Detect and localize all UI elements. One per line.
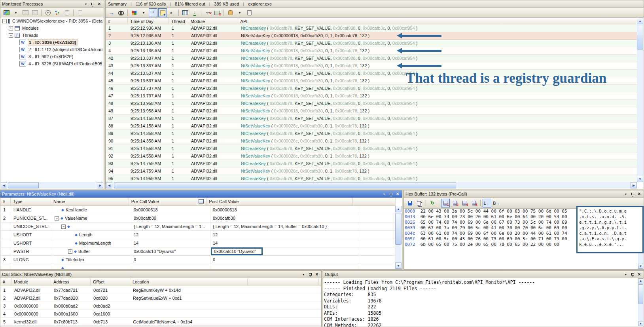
panel-menu-icon[interactable] — [301, 272, 306, 277]
copy-icon[interactable] — [415, 199, 424, 207]
parameter-row[interactable]: ◆ — [1, 264, 395, 269]
scroll-thumb[interactable] — [114, 182, 456, 188]
close-icon[interactable] — [97, 2, 102, 7]
stack-frame-row[interactable]: 1ADVAPI32.dll0x77dad7210xd721RegEnumKeyW… — [1, 286, 321, 294]
pin-icon[interactable] — [90, 2, 95, 7]
scroll-left-icon[interactable]: ◀ — [1, 182, 7, 188]
pause-icon[interactable] — [226, 8, 235, 17]
monitor-add-icon[interactable] — [2, 8, 11, 17]
target-icon[interactable] — [44, 8, 52, 17]
scroll-down-icon[interactable]: ▼ — [637, 176, 643, 182]
scroll-thumb[interactable] — [637, 25, 643, 49]
scroll-right-icon[interactable]: ▶ — [97, 182, 103, 188]
tree-item[interactable]: W2 - ID: 1712 (stobject.dll!DllCanUnload — [1, 46, 103, 53]
scroll-down-icon[interactable]: ▼ — [638, 321, 643, 326]
dropdown-caret-icon[interactable] — [235, 8, 244, 17]
little-endian-icon[interactable]: L — [483, 199, 491, 207]
column-header[interactable]: Type — [11, 198, 51, 205]
pin-icon[interactable] — [630, 192, 635, 197]
scroll-thumb[interactable] — [638, 284, 643, 304]
collapse-toggle-icon[interactable]: − — [2, 19, 7, 23]
parameter-row[interactable]: 1HANDLE◆KeyHandle0x000006180x00000618 — [1, 206, 395, 214]
calls-vscrollbar[interactable]: ▲ ▼ — [637, 18, 643, 182]
go-to-arrow-icon[interactable] — [107, 8, 116, 17]
tree-item[interactable]: W1 - ID: 3036 (+0xA1523) — [1, 39, 103, 46]
panel-menu-icon[interactable] — [623, 192, 629, 197]
column-header[interactable]: # — [0, 198, 11, 205]
pin-icon[interactable] — [630, 272, 635, 277]
clear-api-filter-icon[interactable] — [203, 8, 212, 17]
call-row[interactable]: 499:25:13.958 AM1ADVAPI32.dllNtSetValueK… — [106, 107, 637, 115]
group-4-icon[interactable]: 4 — [460, 199, 469, 207]
pin-icon[interactable] — [388, 192, 394, 197]
scroll-right-icon[interactable]: ▶ — [631, 182, 637, 188]
dropdown-caret-icon[interactable] — [139, 8, 148, 17]
output-vscrollbar[interactable]: ▲ ▼ — [638, 278, 643, 326]
column-header[interactable]: Module — [188, 18, 238, 25]
scroll-track[interactable] — [395, 212, 402, 262]
process-tree-icon[interactable] — [53, 8, 62, 17]
call-row[interactable]: 899:25:14.358 AM1ADVAPI32.dllNtCreateKey… — [106, 130, 637, 137]
collapse-toggle-icon[interactable]: − — [9, 33, 13, 38]
scroll-down-icon[interactable]: ▼ — [638, 264, 643, 269]
close-icon[interactable] — [636, 272, 642, 277]
column-header[interactable]: Thread — [169, 18, 188, 25]
scroll-track[interactable] — [112, 182, 631, 188]
column-header[interactable] — [353, 198, 396, 205]
scroll-down-icon[interactable]: ▼ — [395, 262, 402, 269]
collapse-toggle-icon[interactable]: − — [61, 224, 66, 229]
scroll-thumb[interactable] — [8, 182, 39, 188]
column-header[interactable]: # — [0, 278, 11, 286]
collapse-toggle-icon[interactable]: − — [55, 216, 59, 221]
parameter-row[interactable]: UNICODE_STRI...−◆{ Length = 12, MaximumL… — [1, 222, 395, 231]
column-header[interactable]: Pre-Call Value — [129, 198, 207, 205]
column-header[interactable]: Address — [51, 278, 91, 286]
column-header[interactable]: Time of Day — [128, 18, 169, 25]
expand-toggle-icon[interactable]: + — [9, 26, 13, 30]
legend-icon[interactable] — [130, 8, 138, 17]
tree-item[interactable]: −Threads — [1, 32, 103, 39]
stack-frame-row[interactable]: 5kernel32.dll0x7c80b7130xb713GetModuleFi… — [1, 318, 321, 326]
column-header[interactable]: Post-Call Value — [206, 198, 352, 205]
scroll-up-icon[interactable]: ▲ — [638, 278, 643, 283]
stack-frame-row[interactable]: 30x000000000x000b0ad20xb0ad2 — [1, 302, 321, 310]
big-endian-icon[interactable]: B — [492, 199, 501, 207]
parameter-row[interactable]: USHORT◆Length1212 — [1, 231, 395, 239]
monitor-remove-icon[interactable] — [30, 8, 39, 17]
dropdown-caret-icon[interactable] — [11, 8, 20, 17]
stack-frame-row[interactable]: 2ADVAPI32.dll0x77dad8280xd828RegSetValue… — [1, 294, 321, 302]
close-icon[interactable] — [395, 192, 400, 197]
call-row[interactable]: 949:25:14.759 AM1ADVAPI32.dllNtSetValueK… — [106, 167, 637, 175]
column-header[interactable]: API — [238, 18, 637, 25]
calls-hscrollbar[interactable]: ◀ ▶ — [106, 182, 637, 188]
view-raw-icon[interactable] — [199, 199, 204, 203]
export-icon[interactable] — [190, 8, 199, 17]
group-8-icon[interactable]: 8 — [470, 199, 478, 207]
scroll-up-icon[interactable]: ▲ — [395, 206, 402, 212]
delete-icon[interactable] — [245, 8, 254, 17]
column-header[interactable]: Name — [51, 198, 129, 205]
parameters-vscrollbar[interactable]: ▲ ▼ — [395, 206, 402, 269]
call-row[interactable]: 929:25:14.558 AM1ADVAPI32.dllNtSetValueK… — [106, 152, 637, 160]
delete-icon[interactable] — [76, 8, 84, 17]
call-row[interactable]: 49:25:13.136 AM1ADVAPI32.dllNtSetValueKe… — [106, 47, 637, 55]
tree-view-icon[interactable] — [149, 8, 157, 17]
call-row[interactable]: 429:25:13.337 AM1ADVAPI32.dllNtCreateKey… — [106, 55, 637, 62]
call-row[interactable]: 479:25:13.737 AM1ADVAPI32.dllNtSetValueK… — [106, 92, 637, 100]
call-row[interactable]: 19:25:12.936 AM1ADVAPI32.dllNtCreateKey … — [106, 25, 637, 32]
column-header[interactable]: # — [106, 18, 128, 25]
call-row[interactable]: 439:25:13.337 AM1ADVAPI32.dllNtSetValueK… — [106, 62, 637, 70]
call-row[interactable]: 889:25:14.158 AM1ADVAPI32.dllNtSetValueK… — [106, 122, 637, 130]
scroll-left-icon[interactable]: ◀ — [106, 182, 112, 188]
properties-icon[interactable] — [63, 8, 71, 17]
tree-item[interactable]: W3 - ID: 992 (+0x8D62E) — [1, 53, 103, 60]
parameter-row[interactable]: PWSTR+◆Buffer0x00cafc10 "Dyuwso"0x00cafc… — [1, 247, 395, 256]
call-row[interactable]: 959:25:14.959 AM1ADVAPI32.dllNtCreateKey… — [106, 175, 637, 182]
call-row[interactable]: 939:25:14.759 AM1ADVAPI32.dllNtCreateKey… — [106, 160, 637, 167]
scroll-track[interactable] — [637, 24, 643, 176]
close-icon[interactable] — [636, 192, 642, 197]
tree-item[interactable]: −C:\WINDOWS\explorer.exe - PID: 3956 - (… — [1, 17, 103, 25]
save-icon[interactable] — [405, 199, 414, 207]
stack-frame-row[interactable]: 40x000000000x000a16000xa1600 — [1, 310, 321, 318]
call-row[interactable]: 469:25:13.737 AM1ADVAPI32.dllNtCreateKey… — [106, 85, 637, 92]
